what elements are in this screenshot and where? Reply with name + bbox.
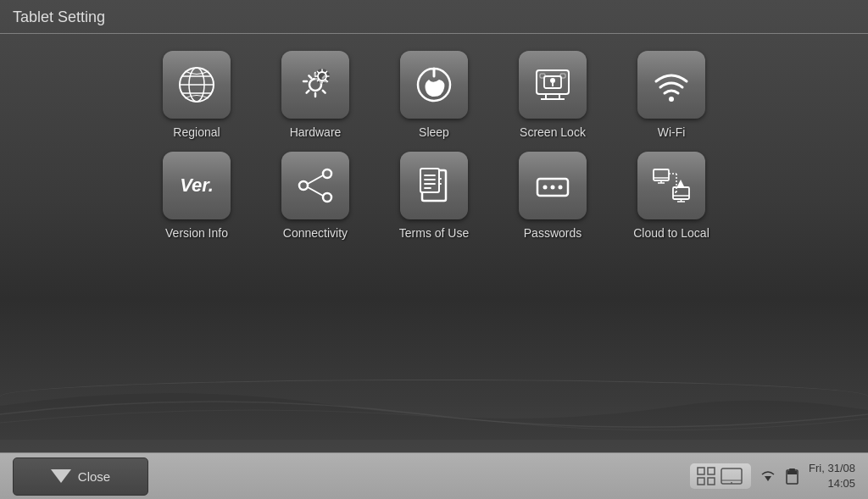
bottom-right-area: Fri, 31/0814:05: [690, 461, 855, 491]
svg-rect-60: [787, 471, 797, 474]
status-wifi-icon: [760, 468, 776, 485]
svg-marker-57: [765, 476, 771, 481]
cloud-local-icon: [651, 165, 692, 206]
close-label: Close: [78, 469, 110, 484]
svg-rect-50: [698, 468, 704, 474]
svg-line-23: [308, 175, 323, 184]
passwords-item[interactable]: Passwords: [506, 152, 599, 240]
svg-rect-42: [673, 187, 689, 199]
page-title: Tablet Setting: [13, 8, 105, 25]
svg-point-22: [323, 193, 331, 202]
wave-decoration: [0, 372, 868, 440]
svg-rect-59: [789, 469, 795, 471]
svg-point-56: [731, 482, 732, 484]
regional-icon-box: [163, 51, 231, 119]
battery-icon: [785, 468, 800, 485]
bottom-bar: Close: [0, 452, 868, 499]
regional-item[interactable]: Regional: [150, 51, 243, 139]
icon-grid-row1: Regional Hardware: [25, 51, 843, 139]
sleep-icon-box: [400, 51, 468, 119]
gear-icon: [295, 64, 336, 105]
svg-rect-53: [708, 478, 715, 485]
wifi-label: Wi-Fi: [658, 125, 686, 139]
terms-icon-box: [400, 152, 468, 219]
wifi-icon-box: [637, 51, 705, 119]
document-icon: [414, 165, 454, 206]
sleep-item[interactable]: Sleep: [387, 51, 481, 139]
close-arrow-icon: [51, 469, 71, 483]
wifi-item[interactable]: Wi-Fi: [625, 51, 718, 139]
svg-point-35: [543, 186, 548, 190]
hardware-icon-box: [281, 51, 349, 119]
globe-icon: [176, 64, 217, 105]
svg-point-20: [299, 181, 308, 190]
svg-rect-54: [721, 469, 742, 484]
wifi-icon: [651, 64, 692, 105]
passwords-icon-box: [519, 152, 587, 219]
passwords-label: Passwords: [524, 226, 581, 240]
version-info-icon-box: Ver.: [163, 152, 231, 219]
grid-icon: [697, 467, 715, 485]
system-icons-box: [690, 463, 751, 489]
icon-grid-row2: Ver. Version Info Connectivity: [25, 152, 843, 240]
power-sleep-icon: [414, 64, 454, 105]
sleep-label: Sleep: [419, 125, 449, 139]
version-info-item[interactable]: Ver. Version Info: [150, 152, 243, 240]
connectivity-item[interactable]: Connectivity: [269, 152, 362, 240]
cloud-to-local-item[interactable]: Cloud to Local: [625, 152, 718, 240]
svg-point-21: [323, 169, 331, 178]
svg-line-24: [308, 187, 323, 196]
svg-point-15: [550, 78, 555, 83]
page-header: Tablet Setting: [0, 0, 868, 34]
share-icon: [295, 165, 336, 206]
terms-of-use-label: Terms of Use: [399, 226, 469, 240]
svg-point-36: [551, 186, 555, 190]
svg-rect-38: [654, 169, 669, 180]
screen-lock-icon: [532, 64, 573, 105]
datetime-text: Fri, 31/0814:05: [809, 462, 855, 490]
terms-of-use-item[interactable]: Terms of Use: [387, 152, 481, 240]
connectivity-icon-box: [281, 152, 349, 219]
svg-marker-49: [677, 180, 684, 186]
regional-label: Regional: [173, 125, 220, 139]
main-content: Regional Hardware: [0, 34, 868, 261]
datetime-display: Fri, 31/0814:05: [809, 461, 855, 491]
hardware-label: Hardware: [290, 125, 342, 139]
passwords-icon: [532, 165, 573, 206]
ver-icon: Ver.: [180, 175, 214, 197]
connectivity-label: Connectivity: [283, 226, 348, 240]
cloud-to-local-label: Cloud to Local: [633, 226, 709, 240]
version-info-label: Version Info: [165, 226, 228, 240]
svg-point-37: [559, 186, 563, 190]
hardware-item[interactable]: Hardware: [269, 51, 362, 139]
close-button[interactable]: Close: [13, 457, 148, 496]
svg-rect-51: [708, 468, 715, 474]
screen-lock-label: Screen Lock: [520, 125, 586, 139]
svg-rect-52: [698, 478, 704, 485]
screen-lock-icon-box: [519, 51, 587, 119]
cloud-local-icon-box: [637, 152, 705, 219]
tablet-icon: [719, 467, 744, 485]
screen-lock-item[interactable]: Screen Lock: [506, 51, 599, 139]
svg-point-19: [669, 97, 674, 102]
